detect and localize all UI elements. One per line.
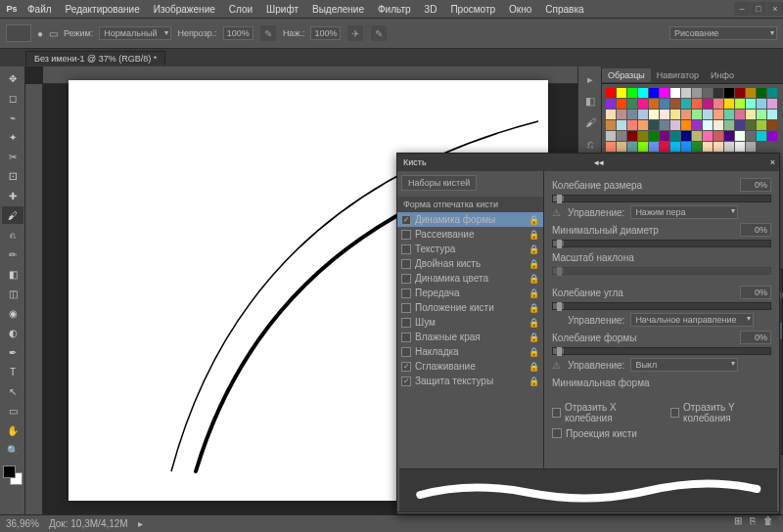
swatch-color[interactable] bbox=[670, 142, 680, 152]
min-diameter-slider[interactable] bbox=[552, 240, 771, 247]
checkbox-icon[interactable] bbox=[401, 288, 411, 298]
swatch-color[interactable] bbox=[627, 88, 637, 98]
lock-icon[interactable]: 🔒 bbox=[529, 215, 539, 225]
dock-clone-icon[interactable]: ⎌ bbox=[581, 135, 599, 153]
swatch-color[interactable] bbox=[703, 110, 713, 119]
swatch-color[interactable] bbox=[606, 99, 616, 109]
menu-file[interactable]: Файл bbox=[22, 2, 58, 17]
swatch-color[interactable] bbox=[714, 99, 723, 109]
blend-mode-dropdown[interactable]: Нормальный bbox=[99, 26, 171, 40]
heal-tool[interactable]: ✚ bbox=[2, 187, 23, 204]
brush-tool[interactable]: 🖌 bbox=[2, 206, 23, 224]
lock-icon[interactable]: 🔒 bbox=[529, 362, 539, 372]
checkbox-icon[interactable]: ✓ bbox=[401, 362, 411, 372]
checkbox-icon[interactable]: ✓ bbox=[401, 377, 411, 386]
brush-option[interactable]: Передача🔒 bbox=[397, 286, 543, 300]
angle-jitter-value[interactable]: 0% bbox=[740, 286, 771, 299]
swatch-color[interactable] bbox=[681, 99, 691, 109]
swatch-color[interactable] bbox=[627, 131, 637, 141]
lock-icon[interactable]: 🔒 bbox=[529, 318, 539, 328]
swatch-color[interactable] bbox=[660, 88, 669, 98]
new-preset-icon[interactable]: ⎘ bbox=[750, 515, 756, 526]
swatch-color[interactable] bbox=[692, 131, 702, 141]
document-tab[interactable]: Без имени-1 @ 37% (RGB/8) * bbox=[25, 51, 165, 66]
swatch-color[interactable] bbox=[692, 99, 702, 109]
toggle-preview-icon[interactable]: ⊞ bbox=[734, 515, 742, 526]
swatch-color[interactable] bbox=[692, 88, 702, 98]
window-max-icon[interactable]: □ bbox=[751, 2, 766, 16]
swatch-color[interactable] bbox=[703, 131, 713, 141]
lock-icon[interactable]: 🔒 bbox=[529, 244, 539, 254]
size-control-dropdown[interactable]: Нажим пера bbox=[630, 205, 738, 219]
swatch-color[interactable] bbox=[724, 88, 734, 98]
brush-option[interactable]: ✓Динамика формы🔒 bbox=[397, 212, 543, 227]
swatch-color[interactable] bbox=[757, 99, 766, 109]
lasso-tool[interactable]: ⌁ bbox=[2, 109, 23, 126]
swatch-color[interactable] bbox=[606, 110, 616, 119]
swatch-color[interactable] bbox=[638, 99, 648, 109]
swatch-color[interactable] bbox=[627, 142, 637, 152]
swatch-color[interactable] bbox=[681, 110, 691, 119]
swatch-color[interactable] bbox=[735, 131, 745, 141]
tab-swatches[interactable]: Образцы bbox=[602, 68, 651, 82]
swatch-color[interactable] bbox=[767, 99, 777, 109]
swatch-color[interactable] bbox=[670, 131, 680, 141]
checkbox-icon[interactable] bbox=[401, 274, 411, 284]
swatch-color[interactable] bbox=[606, 142, 616, 152]
swatch-color[interactable] bbox=[757, 131, 766, 141]
swatch-color[interactable] bbox=[724, 99, 734, 109]
swatch-color[interactable] bbox=[767, 120, 777, 130]
min-diameter-value[interactable]: 0% bbox=[740, 223, 771, 237]
eyedropper-tool[interactable]: ⚀ bbox=[2, 167, 23, 185]
swatch-color[interactable] bbox=[638, 142, 648, 152]
swatch-color[interactable] bbox=[660, 120, 669, 130]
checkbox-icon[interactable] bbox=[401, 318, 411, 328]
swatch-color[interactable] bbox=[757, 88, 766, 98]
path-tool[interactable]: ↖ bbox=[2, 382, 23, 400]
swatch-color[interactable] bbox=[670, 120, 680, 130]
size-jitter-slider[interactable] bbox=[552, 195, 771, 202]
angle-jitter-slider[interactable] bbox=[552, 302, 771, 310]
panel-collapse-icon[interactable]: ◂◂ bbox=[590, 155, 608, 169]
brush-option[interactable]: Шум🔒 bbox=[397, 315, 543, 330]
lock-icon[interactable]: 🔒 bbox=[529, 377, 539, 386]
window-min-icon[interactable]: – bbox=[734, 2, 750, 16]
lock-icon[interactable]: 🔒 bbox=[529, 259, 539, 269]
shape-tool[interactable]: ▭ bbox=[2, 402, 23, 420]
swatch-color[interactable] bbox=[692, 142, 702, 152]
panel-menu-icon[interactable]: × bbox=[766, 155, 779, 169]
swatch-color[interactable] bbox=[767, 110, 777, 119]
swatch-color[interactable] bbox=[714, 142, 723, 152]
swatch-color[interactable] bbox=[681, 88, 691, 98]
airbrush-icon[interactable]: ✈ bbox=[346, 24, 364, 42]
lock-icon[interactable]: 🔒 bbox=[529, 332, 539, 342]
color-swatch[interactable] bbox=[3, 466, 23, 485]
brush-panel-icon[interactable]: ▭ bbox=[49, 28, 58, 39]
workspace-dropdown[interactable]: Рисование bbox=[669, 26, 777, 40]
swatch-color[interactable] bbox=[735, 88, 745, 98]
swatch-color[interactable] bbox=[703, 120, 713, 130]
swatch-color[interactable] bbox=[638, 88, 648, 98]
pressure-size-icon[interactable]: ✎ bbox=[370, 24, 388, 42]
menu-filter[interactable]: Фильтр bbox=[372, 2, 417, 17]
swatch-color[interactable] bbox=[746, 131, 756, 141]
swatch-color[interactable] bbox=[746, 99, 756, 109]
lock-icon[interactable]: 🔒 bbox=[529, 230, 539, 240]
swatch-color[interactable] bbox=[670, 88, 680, 98]
dodge-tool[interactable]: ◐ bbox=[2, 324, 23, 341]
swatch-color[interactable] bbox=[617, 88, 626, 98]
swatch-color[interactable] bbox=[757, 110, 766, 119]
tab-navigator[interactable]: Навигатор bbox=[651, 68, 705, 82]
swatch-color[interactable] bbox=[649, 99, 659, 109]
swatch-color[interactable] bbox=[703, 99, 713, 109]
menu-3d[interactable]: 3D bbox=[419, 2, 443, 17]
swatch-color[interactable] bbox=[660, 99, 669, 109]
zoom-value[interactable]: 36,96% bbox=[6, 518, 39, 529]
pressure-opacity-icon[interactable]: ✎ bbox=[259, 24, 277, 42]
menu-window[interactable]: Окно bbox=[503, 2, 537, 17]
brush-projection-checkbox[interactable]: Проекция кисти bbox=[552, 428, 637, 439]
swatch-color[interactable] bbox=[681, 131, 691, 141]
swatch-color[interactable] bbox=[703, 88, 713, 98]
swatch-color[interactable] bbox=[670, 99, 680, 109]
brush-option[interactable]: Текстура🔒 bbox=[397, 242, 543, 256]
